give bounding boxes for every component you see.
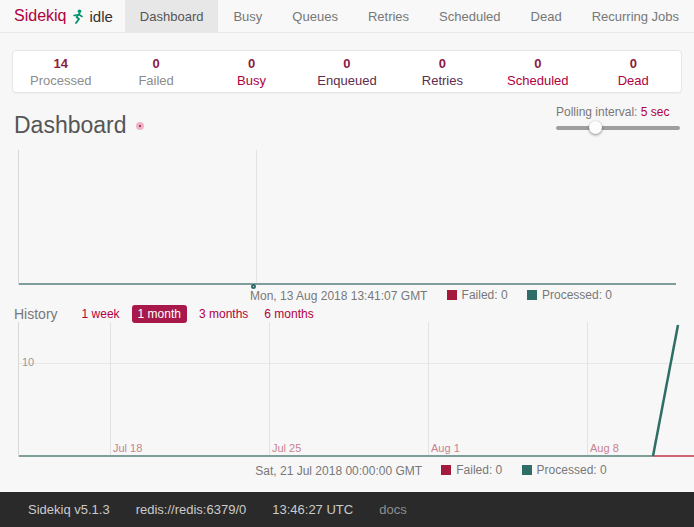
page-title-text: Dashboard [14,112,127,139]
history-range-3-months[interactable]: 3 months [195,305,252,323]
footer: Sidekiq v5.1.3 redis://redis:6379/0 13:4… [0,492,694,527]
realtime-series-line [19,283,676,285]
nav-item-recurring-jobs[interactable]: Recurring Jobs [577,0,694,32]
stat-enqueued-value: 0 [299,56,394,72]
realtime-chart [18,150,676,285]
stat-dead-label[interactable]: Dead [618,73,649,88]
nav-item-busy[interactable]: Busy [218,0,277,32]
polling-slider-thumb[interactable] [589,121,602,134]
history-range-6-months[interactable]: 6 months [260,305,317,323]
stat-retries-label[interactable]: Retries [422,73,463,88]
history-range-1-week[interactable]: 1 week [78,305,124,323]
process-status: idle [89,8,112,25]
stat-busy[interactable]: 0 Busy [204,54,299,89]
failed-swatch-icon [441,465,451,475]
live-beacon-icon [136,122,144,130]
realtime-timestamp: Mon, 13 Aug 2018 13:41:07 GMT [250,289,427,303]
polling-value-link[interactable]: 5 sec [641,105,670,119]
stat-retries-value: 0 [395,56,490,72]
stat-processed-value: 14 [13,56,108,72]
stat-failed-label: Failed [138,73,173,88]
history-timestamp: Sat, 21 Jul 2018 00:00:00 GMT [255,464,422,478]
stat-processed-label: Processed [30,73,91,88]
realtime-legend-failed: Failed: 0 [447,288,508,302]
polling-slider[interactable] [556,126,680,130]
history-header: History 1 week 1 month 3 months 6 months [14,305,318,323]
footer-redis-url: redis://redis:6379/0 [136,502,247,517]
stat-busy-value: 0 [204,56,299,72]
stat-scheduled-value: 0 [490,56,585,72]
stat-busy-label[interactable]: Busy [237,73,266,88]
history-title: History [14,306,58,322]
nav-item-retries[interactable]: Retries [353,0,424,32]
history-processed-rise-line [19,322,694,457]
stats-bar: 14 Processed 0 Failed 0 Busy 0 Enqueued … [12,50,682,93]
nav-item-queues[interactable]: Queues [277,0,353,32]
nav-item-dashboard[interactable]: Dashboard [125,0,219,32]
history-legend-processed: Processed: 0 [522,463,607,477]
history-legend-failed-label: Failed: 0 [456,463,502,477]
failed-swatch-icon [447,290,457,300]
history-chart: 10 Jul 18 Jul 25 Aug 1 Aug 8 [18,322,694,457]
stat-dead-value: 0 [586,56,681,72]
stat-retries[interactable]: 0 Retries [395,54,490,89]
footer-docs-link[interactable]: docs [379,502,406,517]
history-legend-failed: Failed: 0 [441,463,502,477]
stat-enqueued-label[interactable]: Enqueued [317,73,376,88]
stat-dead[interactable]: 0 Dead [586,54,681,89]
realtime-gridline [256,150,257,285]
polling-label: Polling interval: [556,105,637,119]
navbar: Sidekiq idle Dashboard Busy Queues Retri… [0,0,694,33]
history-legend-processed-label: Processed: 0 [537,463,607,477]
realtime-legend-processed: Processed: 0 [527,288,612,302]
brand-link[interactable]: Sidekiq idle [0,0,125,32]
page-title: Dashboard [14,112,144,139]
realtime-legend-processed-label: Processed: 0 [542,288,612,302]
stat-enqueued[interactable]: 0 Enqueued [299,54,394,89]
realtime-legend-failed-label: Failed: 0 [462,288,508,302]
processed-swatch-icon [527,290,537,300]
footer-version: Sidekiq v5.1.3 [28,502,110,517]
nav-item-dead[interactable]: Dead [516,0,577,32]
nav-item-scheduled[interactable]: Scheduled [424,0,515,32]
polling-interval: Polling interval: 5 sec [556,105,680,130]
history-range-1-month[interactable]: 1 month [132,305,187,323]
history-caption-row: Sat, 21 Jul 2018 00:00:00 GMT Failed: 0 … [0,463,694,478]
processed-swatch-icon [522,465,532,475]
stat-failed-value: 0 [108,56,203,72]
stat-failed: 0 Failed [108,54,203,89]
footer-server-time: 13:46:27 UTC [272,502,353,517]
stat-scheduled-label[interactable]: Scheduled [507,73,568,88]
sidekiq-runner-icon [71,9,84,24]
realtime-caption-row: Mon, 13 Aug 2018 13:41:07 GMT Failed: 0 … [0,288,694,303]
stat-scheduled[interactable]: 0 Scheduled [490,54,585,89]
brand-name: Sidekiq [14,7,66,25]
stat-processed: 14 Processed [13,54,108,89]
